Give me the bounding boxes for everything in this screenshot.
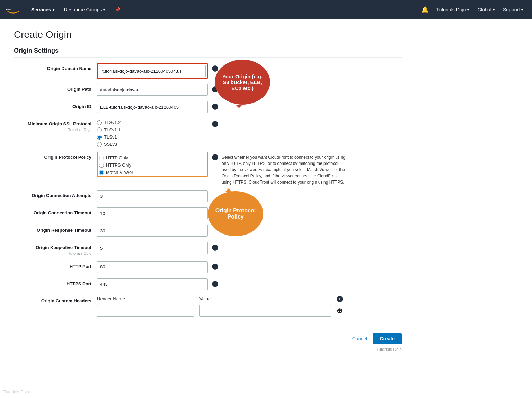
- origin-protocol-info: i Select whether you want CloudFront to …: [212, 152, 346, 185]
- min-ssl-info: i: [212, 118, 218, 127]
- page-title: Create Origin: [14, 29, 402, 40]
- origin-domain-info-icon[interactable]: i: [212, 65, 218, 72]
- origin-path-label: Origin Path: [14, 84, 97, 92]
- pin-icon[interactable]: 📌: [111, 6, 124, 14]
- ssl-radio-group: TLSv1.2 TLSv1.1 TLSv1 SSLv3: [97, 118, 208, 147]
- origin-id-row: Origin ID i: [14, 101, 402, 114]
- https-port-info-icon[interactable]: i: [212, 281, 218, 287]
- protocol-match-option[interactable]: Match Viewer: [99, 170, 206, 175]
- min-ssl-info-icon[interactable]: i: [212, 121, 218, 127]
- protocol-radio-group: HTTP Only HTTPS Only Match Viewer: [99, 154, 206, 175]
- keepalive-timeout-label: Origin Keep-alive Timeout Tutorials Dojo: [14, 242, 97, 256]
- https-port-label: HTTPS Port: [14, 278, 97, 287]
- connection-timeout-input[interactable]: [97, 207, 208, 219]
- add-header-button[interactable]: ⊕: [337, 307, 343, 315]
- origin-domain-name-label: Origin Domain Name: [14, 63, 97, 72]
- user-chevron-icon: ▾: [467, 8, 469, 12]
- ssl-tlsv11-radio[interactable]: [97, 127, 102, 132]
- protocol-http-radio[interactable]: [99, 156, 104, 160]
- support-menu[interactable]: Support ▾: [499, 6, 526, 14]
- resource-groups-nav[interactable]: Resource Groups ▾: [61, 6, 109, 14]
- custom-headers-content: Header Name Value i ⊕: [97, 296, 402, 319]
- connection-timeout-label: Origin Connection Timeout: [14, 207, 97, 216]
- header-value-col-label: Value: [200, 296, 331, 301]
- svg-text:aws: aws: [6, 8, 11, 11]
- origin-domain-name-row: Origin Domain Name i: [14, 63, 402, 79]
- http-port-input[interactable]: [97, 261, 208, 273]
- origin-id-label: Origin ID: [14, 101, 97, 110]
- response-timeout-label: Origin Response Timeout: [14, 225, 97, 233]
- nav-right: 🔔 Tutorials Dojo ▾ Global ▾ Support ▾: [418, 5, 526, 15]
- keepalive-timeout-info: i: [212, 242, 218, 251]
- http-port-label: HTTP Port: [14, 261, 97, 270]
- ssl-tlsv12-option[interactable]: TLSv1.2: [97, 120, 208, 125]
- ssl-sslv3-option[interactable]: SSLv3: [97, 142, 208, 147]
- origin-protocol-info-text: Select whether you want CloudFront to co…: [222, 154, 346, 185]
- protocol-http-option[interactable]: HTTP Only: [99, 155, 206, 160]
- http-port-row: HTTP Port i: [14, 261, 402, 274]
- origin-path-input[interactable]: [97, 84, 208, 96]
- main-content: Create Origin Origin Settings Your Origi…: [0, 19, 416, 366]
- user-menu[interactable]: Tutorials Dojo ▾: [433, 6, 473, 14]
- custom-headers-label: Origin Custom Headers: [14, 296, 97, 303]
- origin-id-field-wrapper: [97, 101, 208, 113]
- connection-attempts-input[interactable]: [97, 190, 208, 202]
- protocol-https-option[interactable]: HTTPS Only: [99, 162, 206, 168]
- origin-path-row: Origin Path i: [14, 84, 402, 96]
- origin-protocol-info-icon[interactable]: i: [212, 154, 218, 160]
- services-nav[interactable]: Services ▾: [28, 6, 58, 14]
- aws-logo: aws: [6, 5, 21, 15]
- headers-col-labels-row: Header Name Value i: [97, 296, 402, 302]
- keepalive-timeout-input[interactable]: [97, 242, 208, 254]
- ssl-tlsv12-radio[interactable]: [97, 120, 102, 125]
- form-container: Your Origin (e.g. S3 bucket, ELB, EC2 et…: [14, 63, 402, 352]
- custom-headers-section: Origin Custom Headers Header Name Value …: [14, 296, 402, 319]
- header-value-input[interactable]: [200, 305, 331, 317]
- http-port-info-icon[interactable]: i: [212, 264, 218, 270]
- keepalive-timeout-info-icon[interactable]: i: [212, 245, 218, 251]
- response-timeout-input[interactable]: [97, 225, 208, 237]
- connection-attempts-field-wrapper: [97, 190, 208, 202]
- origin-path-field-wrapper: [97, 84, 208, 96]
- header-name-col-label: Header Name: [97, 296, 194, 301]
- footer-buttons: Cancel Create: [14, 328, 402, 344]
- header-name-input[interactable]: [97, 305, 194, 317]
- min-ssl-label: Minimum Origin SSL Protocol Tutorials Do…: [14, 118, 97, 133]
- origin-domain-name-input[interactable]: [99, 65, 206, 77]
- ssl-sslv3-radio[interactable]: [97, 142, 102, 147]
- https-port-input[interactable]: [97, 278, 208, 290]
- watermark-right: Tutorials Dojo: [14, 347, 402, 352]
- create-button[interactable]: Create: [373, 333, 402, 344]
- connection-attempts-label: Origin Connection Attempts: [14, 190, 97, 199]
- services-chevron-icon: ▾: [53, 8, 54, 12]
- min-ssl-field: TLSv1.2 TLSv1.1 TLSv1 SSLv3: [97, 118, 208, 147]
- protocol-https-radio[interactable]: [99, 163, 104, 168]
- ssl-tlsv1-radio[interactable]: [97, 135, 102, 140]
- ssl-tlsv11-option[interactable]: TLSv1.1: [97, 127, 208, 132]
- navbar: aws Services ▾ Resource Groups ▾ 📌 🔔 Tut…: [0, 0, 532, 19]
- origin-domain-name-field-wrapper: [97, 63, 208, 79]
- ssl-tlsv1-option[interactable]: TLSv1: [97, 134, 208, 140]
- https-port-field-wrapper: [97, 278, 208, 290]
- https-port-info: i: [212, 278, 218, 287]
- protocol-match-radio[interactable]: [99, 170, 104, 175]
- region-menu[interactable]: Global ▾: [474, 6, 498, 14]
- origin-id-info-icon[interactable]: i: [212, 104, 218, 110]
- region-chevron-icon: ▾: [493, 8, 495, 12]
- resource-groups-chevron-icon: ▾: [103, 8, 105, 12]
- protocol-callout-bubble: Origin Protocol Policy: [208, 191, 263, 236]
- origin-id-input[interactable]: [97, 101, 208, 113]
- connection-timeout-field-wrapper: [97, 207, 208, 219]
- response-timeout-row: Origin Response Timeout: [14, 225, 402, 237]
- origin-callout-bubble: Your Origin (e.g. S3 bucket, ELB, EC2 et…: [215, 60, 270, 105]
- https-port-row: HTTPS Port i: [14, 278, 402, 291]
- support-chevron-icon: ▾: [521, 8, 523, 12]
- origin-protocol-row: Origin Protocol Policy HTTP Only HTTPS O…: [14, 152, 402, 185]
- cancel-button[interactable]: Cancel: [352, 336, 367, 342]
- http-port-field-wrapper: [97, 261, 208, 273]
- custom-headers-info-icon[interactable]: i: [337, 296, 343, 302]
- origin-protocol-field-wrapper: HTTP Only HTTPS Only Match Viewer: [97, 152, 208, 177]
- origin-domain-name-info: i: [212, 63, 218, 72]
- notifications-bell-icon[interactable]: 🔔: [418, 5, 432, 15]
- origin-protocol-label: Origin Protocol Policy: [14, 152, 97, 160]
